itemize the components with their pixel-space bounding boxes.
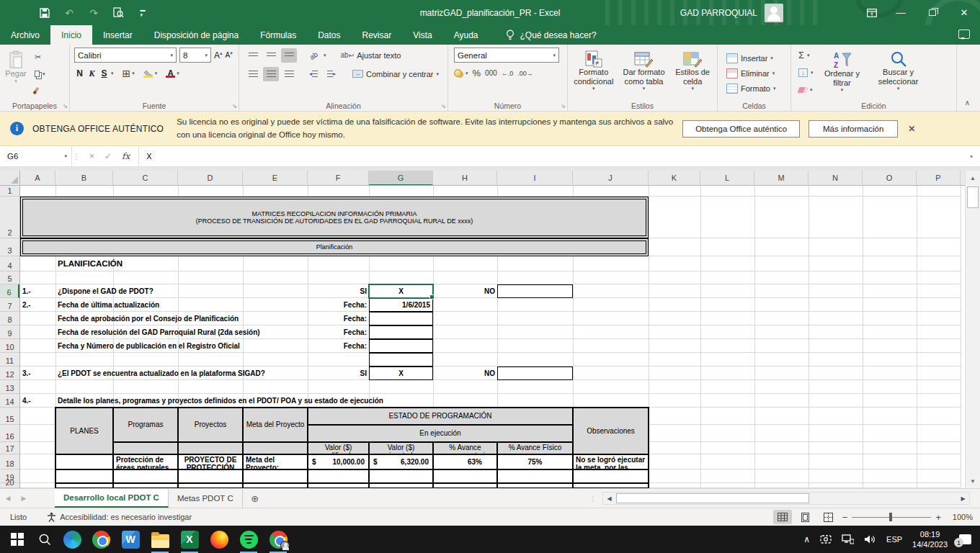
horizontal-scrollbar[interactable]: ◀ ▶ — [602, 492, 970, 505]
scroll-right-icon[interactable]: ▶ — [958, 494, 968, 503]
column-header-N[interactable]: N — [808, 171, 863, 185]
td-valor-codificado[interactable]: $10,000.00 — [308, 454, 369, 469]
q6-no-label[interactable]: NO — [433, 367, 497, 380]
th-proyectos-sub[interactable] — [178, 442, 243, 454]
q5-text[interactable]: Fecha y Número de publicación en el Regi… — [55, 339, 308, 353]
q1-si-label[interactable]: SI — [308, 284, 369, 298]
zoom-in-icon[interactable]: + — [935, 512, 941, 523]
borders-icon[interactable]: ⊞ — [122, 68, 131, 79]
q4-value[interactable] — [369, 325, 433, 339]
row-header-17[interactable]: 17 — [0, 442, 19, 454]
increase-indent-icon[interactable]: ▸ — [324, 67, 339, 81]
td-empty-d20[interactable] — [178, 483, 243, 488]
align-bottom-icon[interactable] — [281, 48, 297, 63]
grow-font-icon[interactable]: A▴ — [214, 50, 223, 60]
align-middle-icon[interactable] — [263, 48, 279, 63]
comma-style-button[interactable]: 000 — [485, 69, 497, 77]
th-proyectos[interactable]: Proyectos — [178, 408, 243, 442]
th-meta-sub[interactable] — [243, 442, 308, 454]
row-header-8[interactable]: 8 — [0, 312, 19, 325]
column-header-B[interactable]: B — [55, 171, 113, 185]
td-empty-f19[interactable] — [308, 469, 369, 483]
close-button[interactable]: ✕ — [948, 0, 980, 25]
orientation-icon[interactable]: ab — [303, 45, 324, 66]
q6-text[interactable]: ¿El PDOT se encuentra actualizado en la … — [55, 367, 308, 380]
matrix-subtitle[interactable]: Planificación — [20, 238, 649, 256]
th-valor-codificado[interactable]: Valor ($) codificado — [308, 442, 369, 454]
italic-button[interactable]: K — [86, 68, 97, 79]
shrink-font-icon[interactable]: A▾ — [226, 50, 233, 59]
horizontal-scroll-thumb[interactable] — [616, 493, 809, 503]
column-header-G[interactable]: G — [369, 171, 433, 186]
decrease-decimal-icon[interactable]: .00→ — [517, 70, 533, 77]
minimize-button[interactable]: — — [885, 0, 917, 25]
td-plan[interactable] — [55, 454, 113, 469]
merge-center-button[interactable]: ↔Combinar y centrar▾ — [349, 66, 442, 81]
q4-text[interactable]: Fecha de resolución del GAD Parroquial R… — [55, 325, 308, 339]
sheet-tab-metas[interactable]: Metas PDOT C — [169, 489, 243, 508]
th-avance-presupuestario[interactable]: % Avance presupuestario — [433, 442, 497, 454]
start-button[interactable] — [8, 530, 27, 549]
column-header-L[interactable]: L — [700, 171, 754, 185]
row-header-12[interactable]: 12 — [0, 367, 19, 380]
number-format-select[interactable]: General▾ — [454, 48, 559, 63]
q2-value[interactable]: 1/6/2015 — [369, 298, 433, 312]
row-header-14[interactable]: 14 — [0, 394, 19, 408]
td-empty-h19[interactable] — [433, 469, 497, 483]
th-avance-fisico[interactable]: % Avance Físico — [497, 442, 573, 454]
th-ejecucion[interactable]: En ejecución — [308, 425, 573, 442]
page-layout-view-icon[interactable] — [796, 510, 815, 524]
alignment-dialog-launcher-icon[interactable]: ⇘ — [441, 103, 446, 109]
td-empty-g19[interactable] — [369, 469, 433, 483]
q3-text[interactable]: Fecha de aprobación por el Consejo de Pl… — [55, 312, 308, 325]
notification-center-icon[interactable]: 1 — [959, 534, 971, 544]
tab-ayuda[interactable]: Ayuda — [443, 25, 489, 45]
q1-num[interactable]: 1.- — [20, 284, 55, 298]
column-header-H[interactable]: H — [433, 171, 497, 185]
column-header-I[interactable]: I — [497, 171, 573, 185]
decrease-indent-icon[interactable]: ◂ — [306, 67, 321, 81]
comments-icon[interactable] — [958, 30, 970, 39]
chrome-icon[interactable] — [92, 530, 110, 549]
tab-disposicion[interactable]: Disposición de página — [143, 25, 249, 45]
align-right-icon[interactable] — [281, 67, 297, 81]
language-indicator[interactable]: ESP — [886, 535, 902, 544]
row-header-20[interactable]: 20 — [0, 483, 19, 488]
fill-color-dropdown-icon[interactable]: ▾ — [155, 71, 158, 76]
row-header-4[interactable]: 4 — [0, 256, 19, 271]
td-programa[interactable]: Protección de áreas naturales — [113, 454, 178, 469]
column-header-J[interactable]: J — [573, 171, 649, 185]
q3-value[interactable] — [369, 312, 433, 325]
taskbar-search-icon[interactable] — [35, 530, 54, 549]
number-dialog-launcher-icon[interactable]: ⇘ — [561, 103, 566, 109]
fill-color-icon[interactable] — [143, 70, 153, 78]
td-empty-e20[interactable] — [243, 483, 308, 488]
td-observaciones[interactable]: No se logró ejecutar la meta, por las — [573, 454, 649, 469]
ribbon-display-options-icon[interactable] — [859, 0, 885, 25]
q2-text[interactable]: Fecha de última actualización — [55, 298, 308, 312]
row-header-10[interactable]: 10 — [0, 339, 19, 353]
zoom-out-icon[interactable]: − — [842, 512, 848, 523]
row-header-1[interactable]: 1 — [0, 186, 19, 197]
tab-vista[interactable]: Vista — [402, 25, 442, 45]
column-header-P[interactable]: P — [917, 171, 961, 185]
namebox-splitter[interactable]: ⋮ — [72, 146, 81, 166]
q1-no-label[interactable]: NO — [433, 284, 497, 298]
q7-text[interactable]: Detalle los planes, programas y proyecto… — [55, 394, 573, 408]
paste-button[interactable]: Pegar▾ — [0, 48, 32, 98]
borders-dropdown-icon[interactable]: ▾ — [132, 71, 135, 76]
clipboard-dialog-launcher-icon[interactable]: ⇘ — [63, 103, 68, 109]
font-size-select[interactable]: 8▾ — [179, 48, 211, 63]
format-cells-button[interactable]: Formato▾ — [723, 81, 790, 96]
q2-label[interactable]: Fecha: — [308, 298, 369, 312]
tab-archivo[interactable]: Archivo — [0, 25, 50, 45]
td-empty-b19[interactable] — [55, 469, 113, 483]
column-header-D[interactable]: D — [178, 171, 243, 185]
warning-close-icon[interactable]: ✕ — [908, 124, 915, 134]
cancel-icon[interactable]: × — [89, 151, 94, 161]
td-empty-e19[interactable] — [243, 469, 308, 483]
scroll-down-icon[interactable]: ▼ — [967, 475, 979, 487]
sheet-tab-desarrollo[interactable]: Desarrollo local PDOT C — [55, 489, 169, 508]
td-empty-f20[interactable] — [308, 483, 369, 488]
accessibility-status[interactable]: Accesibilidad: es necesario investigar — [47, 512, 192, 522]
